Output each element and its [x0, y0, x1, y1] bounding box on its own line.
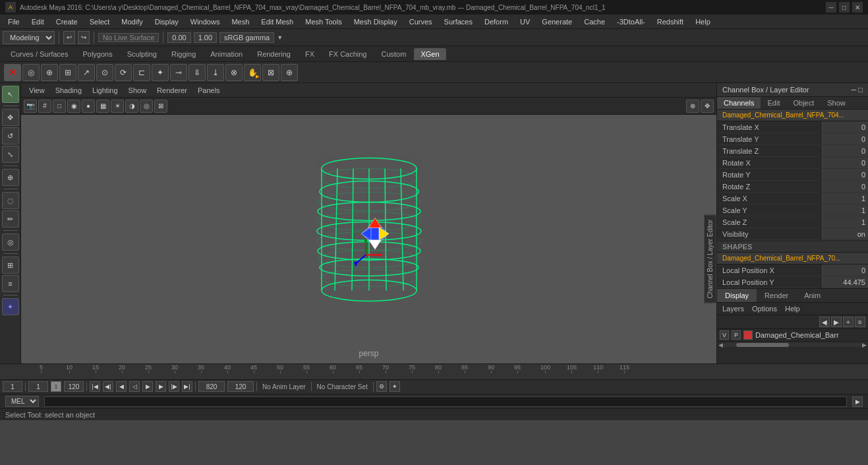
tab-polygons[interactable]: Polygons [76, 48, 119, 60]
move-tool[interactable]: ✥ [2, 109, 19, 126]
go-start-btn[interactable]: |◀ [90, 381, 100, 392]
channel-translate-x[interactable]: Translate X 0 [717, 121, 868, 133]
shelf-icon-9[interactable]: ✦ [152, 64, 169, 81]
anim-layer-label[interactable]: No Anim Layer [260, 383, 308, 390]
channel-rotate-x-value[interactable]: 0 [822, 157, 868, 168]
menu-item-surfaces[interactable]: Surfaces [439, 16, 478, 27]
step-back-btn[interactable]: ◀| [103, 381, 113, 392]
channel-local-pos-y-value[interactable]: 44.475 [822, 276, 868, 288]
options-menu[interactable]: Options [749, 304, 780, 313]
current-frame-field[interactable] [3, 381, 22, 392]
channel-scale-x[interactable]: Scale X 1 [717, 193, 868, 204]
layer-color[interactable] [743, 330, 753, 340]
tab-xgen[interactable]: XGen [414, 48, 446, 60]
channel-rotate-z[interactable]: Rotate Z 0 [717, 181, 868, 193]
play-fwd-btn[interactable]: ▶ [142, 381, 153, 392]
show-grid[interactable]: ⊞ [2, 257, 19, 274]
channel-visibility[interactable]: Visibility on [717, 228, 868, 240]
grid-btn[interactable]: # [38, 100, 51, 113]
shelf-icon-12[interactable]: ⤓ [207, 64, 224, 81]
color-value1[interactable]: 0.00 [167, 32, 190, 43]
channel-rotate-y-value[interactable]: 0 [822, 169, 868, 180]
channel-translate-z-value[interactable]: 0 [822, 145, 868, 156]
panels-menu[interactable]: Panels [194, 85, 224, 96]
menu-item-edit-mesh[interactable]: Edit Mesh [256, 16, 299, 27]
channel-scale-z[interactable]: Scale Z 1 [717, 216, 868, 228]
channel-translate-y-value[interactable]: 0 [822, 133, 868, 144]
step-fwd-btn[interactable]: |▶ [169, 381, 179, 392]
show-menu[interactable]: Show [125, 85, 151, 96]
scrollbar-track[interactable] [723, 343, 862, 347]
color-value2[interactable]: 1.00 [194, 32, 217, 43]
menu-item-uv[interactable]: UV [515, 16, 535, 27]
channel-translate-x-value[interactable]: 0 [822, 121, 868, 133]
menu-item--3dtoall-[interactable]: -3DtoAll- [612, 16, 651, 27]
cb-tab-object[interactable]: Object [786, 97, 821, 109]
paint-tool[interactable]: ✏ [2, 210, 19, 228]
cb-tab-edit[interactable]: Edit [761, 97, 786, 109]
select-tool[interactable]: ↖ [2, 86, 19, 103]
snap-tool[interactable]: ⊕ [2, 169, 19, 186]
prev-key-btn[interactable]: ◀ [116, 381, 127, 392]
shelf-icon-10[interactable]: ⊸ [170, 64, 187, 81]
command-input[interactable] [44, 396, 847, 407]
channel-box-float[interactable]: □ [858, 86, 863, 94]
next-key-btn[interactable]: ▶ [156, 381, 166, 392]
menu-item-display[interactable]: Display [150, 16, 184, 27]
menu-item-cache[interactable]: Cache [579, 16, 610, 27]
channel-local-pos-x[interactable]: Local Position X 0 [717, 264, 868, 276]
tab-animation[interactable]: Animation [204, 48, 249, 60]
menu-item-file[interactable]: File [3, 16, 25, 27]
attribute-editor-tab[interactable]: Channel Box / Layer Editor [704, 215, 716, 303]
disp-tab-render[interactable]: Render [757, 289, 796, 302]
layer-playback[interactable]: P [732, 330, 741, 340]
shelf-icon-8[interactable]: ⊏ [133, 64, 150, 81]
shaded-btn[interactable]: ● [82, 100, 95, 113]
layers-menu[interactable]: Layers [720, 304, 747, 313]
shelf-icon-16[interactable]: ⊕ [281, 64, 298, 81]
shadow-btn[interactable]: ◑ [125, 100, 138, 113]
time-ruler[interactable]: 5 10 15 20 25 30 35 40 45 50 55 60 65 70… [0, 364, 868, 380]
channel-rotate-x[interactable]: Rotate X 0 [717, 157, 868, 169]
menu-item-windows[interactable]: Windows [185, 16, 225, 27]
color-profile-arrow[interactable]: ▼ [277, 34, 283, 41]
titlebar-controls[interactable]: ─ □ ✕ [826, 2, 863, 13]
cb-tab-show[interactable]: Show [821, 97, 852, 109]
menu-item-modify[interactable]: Modify [116, 16, 148, 27]
rotate-tool[interactable]: ↺ [2, 127, 19, 144]
menu-item-generate[interactable]: Generate [536, 16, 577, 27]
playback-end-field[interactable] [64, 381, 84, 392]
channel-rotate-y[interactable]: Rotate Y 0 [717, 169, 868, 181]
menu-item-select[interactable]: Select [84, 16, 115, 27]
minimize-button[interactable]: ─ [826, 2, 836, 13]
shelf-icon-15[interactable]: ⊠ [262, 64, 279, 81]
layer-back-btn[interactable]: ◀ [819, 317, 830, 327]
scroll-left-btn[interactable]: ◀ [718, 342, 723, 348]
script-mode-selector[interactable]: MEL [5, 396, 39, 407]
menu-item-mesh-display[interactable]: Mesh Display [349, 16, 403, 27]
mode-dropdown[interactable]: Modeling [3, 31, 55, 44]
anim-options-btn[interactable]: ⚙ [376, 381, 387, 392]
soft-select[interactable]: ◎ [2, 233, 19, 251]
channel-local-pos-y[interactable]: Local Position Y 44.475 [717, 276, 868, 288]
char-set-label[interactable]: No Character Set [314, 383, 370, 390]
go-end-btn[interactable]: ▶| [182, 381, 192, 392]
scrollbar-thumb[interactable] [736, 343, 789, 347]
scroll-right-btn[interactable]: ▶ [862, 342, 867, 348]
menu-item-edit[interactable]: Edit [26, 16, 49, 27]
cb-tab-channels[interactable]: Channels [717, 97, 761, 109]
shelf-icon-5[interactable]: ↗ [78, 64, 95, 81]
disp-tab-anim[interactable]: Anim [796, 289, 828, 302]
layers-tool[interactable]: ≡ [2, 275, 19, 292]
redo-button[interactable]: ↪ [78, 31, 90, 44]
close-button[interactable]: ✕ [852, 2, 863, 13]
scale-tool[interactable]: ⤡ [2, 146, 19, 163]
tab-rigging[interactable]: Rigging [165, 48, 202, 60]
layer-fwd-btn[interactable]: ▶ [831, 317, 842, 327]
tab-sculpting[interactable]: Sculpting [121, 48, 163, 60]
tab-custom[interactable]: Custom [375, 48, 413, 60]
shading-menu[interactable]: Shading [51, 85, 86, 96]
shelf-icon-6[interactable]: ⊙ [96, 64, 113, 81]
script-execute-btn[interactable]: ▶ [852, 396, 863, 407]
isolate-btn[interactable]: ⊠ [154, 100, 167, 113]
